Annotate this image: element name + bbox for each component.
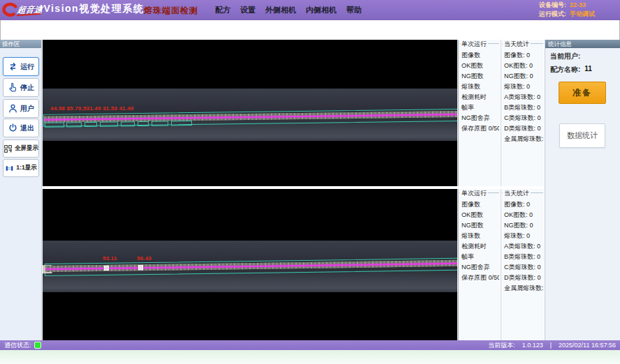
camera-view-top[interactable]: 44.98 85.79,531.49 31.53 41.49 (43, 40, 457, 186)
menu-item[interactable]: 配方 (215, 5, 230, 15)
daily-stats-rows: 图像数: 0OK图数: 0NG图数: 0熔珠数: 0A类熔珠数: 0B类熔珠数:… (502, 193, 543, 294)
single-run-rows: 图像数OK图数NG图数熔珠数检测耗时帧率NG图舍弃保存原图 0/500 (459, 193, 499, 283)
prepare-button[interactable]: 准备 (559, 82, 606, 104)
device-number-label: 设备编号: (539, 1, 566, 10)
stats-panel-top: 单次运行 图像数OK图数NG图数熔珠数检测耗时帧率NG图舍弃保存原图 0/500… (458, 40, 544, 186)
sidebar-operation-area: 操作区 运行 停止 用户 (0, 40, 42, 340)
power-icon (8, 123, 18, 133)
stat-row: 保存原图 0/500 (459, 273, 499, 283)
stat-row: A类熔珠数: 0 (502, 92, 543, 103)
current-user-label: 当前用户: (550, 52, 580, 61)
app-title: IVision视觉处理系统 (40, 3, 144, 15)
single-run-group: 单次运行 图像数OK图数NG图数熔珠数检测耗时帧率NG图舍弃保存原图 0/500 (459, 192, 499, 339)
detection-box (84, 122, 97, 127)
fullscreen-button[interactable]: 全屏显示 (3, 139, 39, 158)
stop-hand-icon (8, 82, 18, 93)
stat-row: NG图数 (459, 71, 499, 82)
detection-box (138, 121, 149, 126)
measurement-annotation: 53.11 (103, 255, 117, 261)
stop-button[interactable]: 停止 (3, 78, 39, 97)
run-button-label: 运行 (20, 62, 34, 72)
status-bar: 通信状态: 当前版本: 1.0.123 | 2025/02/11 16:57:5… (0, 340, 620, 350)
stat-row: D类熔珠数: 0 (502, 123, 543, 134)
measurement-annotation: 56.43 (137, 255, 152, 261)
stat-row: 图像数: 0 (502, 50, 543, 61)
defect-marker-box (104, 266, 109, 271)
single-run-rows: 图像数OK图数NG图数熔珠数检测耗时帧率NG图舍弃保存原图 0/500 (459, 44, 499, 134)
user-icon (8, 103, 18, 114)
stat-row: 检测耗时 (459, 241, 499, 252)
stat-row: 金属屑熔珠数: 0 (502, 134, 543, 144)
detection-box (45, 122, 64, 127)
single-run-group: 单次运行 图像数OK图数NG图数熔珠数检测耗时帧率NG图舍弃保存原图 0/500 (459, 43, 499, 185)
stat-row: B类熔珠数: 0 (502, 103, 543, 113)
stat-row: B类熔珠数: 0 (502, 252, 543, 262)
datetime: 2025/02/11 16:57:56 (559, 342, 616, 349)
stat-row: 熔珠数: 0 (502, 82, 543, 92)
stat-row: OK图数 (459, 61, 499, 71)
recipe-name-value: 11 (584, 65, 592, 75)
detection-box (152, 121, 168, 126)
recipe-name-label: 配方名称: (550, 65, 580, 75)
stat-row: NG图舍弃 (459, 262, 499, 273)
exit-button[interactable]: 退出 (3, 119, 39, 137)
stat-row: OK图数: 0 (502, 210, 543, 220)
brand-logo-icon (2, 2, 17, 17)
stat-row: NG图数 (459, 220, 499, 231)
stat-row: OK图数: 0 (502, 61, 543, 71)
detection-box (66, 122, 82, 127)
stat-row: C类熔珠数: 0 (502, 262, 543, 273)
comm-status-label: 通信状态: (4, 341, 31, 350)
stats-panel-bottom: 单次运行 图像数OK图数NG图数熔珠数检测耗时帧率NG图舍弃保存原图 0/500… (458, 189, 544, 340)
version-value: 1.0.123 (522, 342, 543, 349)
stat-row: 图像数: 0 (502, 199, 543, 210)
comm-status-indicator (34, 342, 41, 349)
defect-marker-box (138, 265, 143, 270)
stat-row: D类熔珠数: 0 (502, 273, 543, 283)
stat-row: 图像数 (459, 199, 499, 210)
data-statistics-button[interactable]: 数据统计 (559, 123, 605, 148)
sidebar-title: 操作区 (0, 40, 41, 48)
one-to-one-button[interactable]: 1:1显示 (3, 159, 39, 177)
stat-row: 熔珠数: 0 (502, 231, 543, 241)
detection-box (100, 121, 118, 126)
camera-view-bottom[interactable]: 53.11 56.43 (43, 189, 457, 340)
measurement-annotation: 44.98 85.79,531.49 31.53 41.49 (50, 105, 133, 112)
fullscreen-button-label: 全屏显示 (15, 144, 38, 153)
detection-box (171, 121, 192, 126)
one-to-one-icon (5, 164, 14, 173)
stop-button-label: 停止 (20, 83, 34, 93)
stat-row: 检测耗时 (459, 92, 499, 103)
menu-item[interactable]: 帮助 (346, 5, 362, 15)
menu-bar: 配方设置外侧相机内侧相机帮助 (215, 0, 362, 20)
stat-row: 熔珠数 (459, 231, 499, 241)
stat-row: C类熔珠数: 0 (502, 113, 543, 123)
device-info: 设备编号: 22-33 运行模式: 手动调试 (539, 1, 595, 19)
user-button[interactable]: 用户 (3, 99, 39, 118)
run-mode-label: 运行模式: (539, 10, 566, 19)
app-header: 超音速 IVision视觉处理系统 熔珠端面检测 配方设置外侧相机内侧相机帮助 … (0, 0, 620, 20)
fullscreen-grid-icon (3, 144, 13, 153)
stat-row: 保存原图 0/500 (459, 123, 499, 134)
app-subtitle: 熔珠端面检测 (144, 5, 198, 17)
menu-item[interactable]: 内侧相机 (306, 5, 337, 15)
daily-stats-title: 当天统计 (503, 40, 531, 49)
stat-row: 帧率 (459, 252, 499, 262)
single-run-title: 单次运行 (460, 40, 488, 49)
menu-item[interactable]: 外侧相机 (265, 5, 296, 15)
exit-button-label: 退出 (20, 123, 34, 133)
stat-row: NG图舍弃 (459, 113, 499, 123)
stat-row: 帧率 (459, 103, 499, 113)
daily-stats-rows: 图像数: 0OK图数: 0NG图数: 0熔珠数: 0A类熔珠数: 0B类熔珠数:… (502, 44, 543, 144)
single-run-title: 单次运行 (460, 189, 488, 198)
stat-row: 金属屑熔珠数: 0 (502, 283, 543, 294)
one-to-one-button-label: 1:1显示 (16, 164, 36, 172)
separator: | (550, 342, 552, 349)
daily-stats-group: 当天统计 图像数: 0OK图数: 0NG图数: 0熔珠数: 0A类熔珠数: 0B… (502, 192, 543, 339)
stat-row: A类熔珠数: 0 (502, 241, 543, 252)
statistics-info-panel: 统计信息 当前用户: 配方名称: 11 准备 数据统计 (545, 40, 620, 340)
run-button[interactable]: 运行 (3, 57, 39, 76)
stat-row: OK图数 (459, 210, 499, 220)
menu-item[interactable]: 设置 (240, 5, 256, 15)
device-number-value: 22-33 (570, 1, 586, 10)
